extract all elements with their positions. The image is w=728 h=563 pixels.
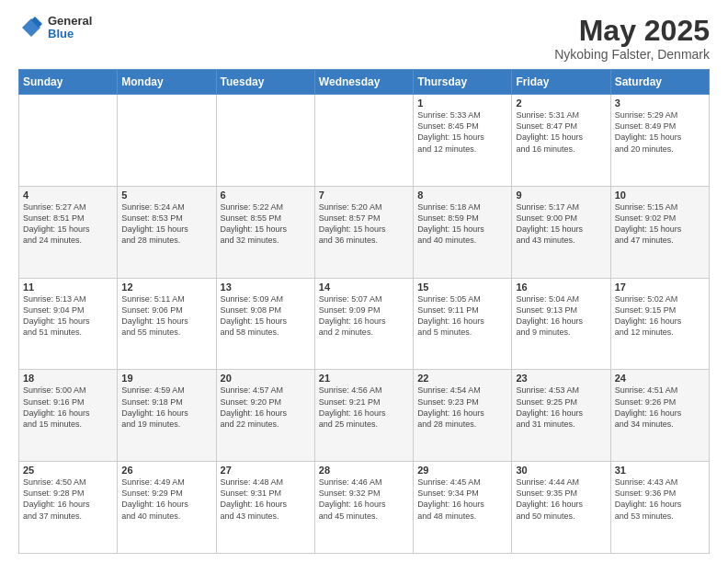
day-number: 24 xyxy=(615,373,705,384)
day-info: Sunrise: 4:53 AM Sunset: 9:25 PM Dayligh… xyxy=(516,385,606,430)
day-info: Sunrise: 5:13 AM Sunset: 9:04 PM Dayligh… xyxy=(23,293,113,339)
day-number: 15 xyxy=(417,282,507,293)
header-row: Sunday Monday Tuesday Wednesday Thursday… xyxy=(19,70,710,95)
day-info: Sunrise: 4:51 AM Sunset: 9:26 PM Dayligh… xyxy=(615,385,705,430)
cell-w2-d7: 10Sunrise: 5:15 AM Sunset: 9:02 PM Dayli… xyxy=(610,186,709,278)
title-section: May 2025 Nykobing Falster, Denmark xyxy=(554,15,710,62)
week-row-3: 11Sunrise: 5:13 AM Sunset: 9:04 PM Dayli… xyxy=(19,278,710,370)
day-info: Sunrise: 4:48 AM Sunset: 9:31 PM Dayligh… xyxy=(221,477,311,522)
cell-w4-d7: 24Sunrise: 4:51 AM Sunset: 9:26 PM Dayli… xyxy=(610,370,709,462)
cell-w4-d4: 21Sunrise: 4:56 AM Sunset: 9:21 PM Dayli… xyxy=(314,370,413,462)
cell-w1-d3 xyxy=(216,95,314,187)
day-number: 23 xyxy=(516,373,606,384)
cell-w2-d1: 4Sunrise: 5:27 AM Sunset: 8:51 PM Daylig… xyxy=(19,186,118,278)
day-number: 29 xyxy=(417,465,507,476)
cell-w1-d5: 1Sunrise: 5:33 AM Sunset: 8:45 PM Daylig… xyxy=(414,95,512,187)
cell-w3-d6: 16Sunrise: 5:04 AM Sunset: 9:13 PM Dayli… xyxy=(512,278,610,370)
col-saturday: Saturday xyxy=(610,70,709,95)
main-title: May 2025 xyxy=(554,15,710,47)
day-info: Sunrise: 5:31 AM Sunset: 8:47 PM Dayligh… xyxy=(516,109,606,155)
week-row-4: 18Sunrise: 5:00 AM Sunset: 9:16 PM Dayli… xyxy=(19,370,710,462)
cell-w5-d2: 26Sunrise: 4:49 AM Sunset: 9:29 PM Dayli… xyxy=(118,462,216,554)
day-number: 3 xyxy=(615,98,705,109)
day-info: Sunrise: 4:43 AM Sunset: 9:36 PM Dayligh… xyxy=(615,477,705,522)
day-info: Sunrise: 5:22 AM Sunset: 8:55 PM Dayligh… xyxy=(221,201,311,247)
day-info: Sunrise: 5:24 AM Sunset: 8:53 PM Dayligh… xyxy=(121,201,211,247)
cell-w4-d3: 20Sunrise: 4:57 AM Sunset: 9:20 PM Dayli… xyxy=(216,370,314,462)
logo-icon xyxy=(18,15,44,40)
day-info: Sunrise: 4:45 AM Sunset: 9:34 PM Dayligh… xyxy=(417,477,507,522)
logo-text: General Blue xyxy=(48,15,92,41)
day-info: Sunrise: 4:57 AM Sunset: 9:20 PM Dayligh… xyxy=(221,385,311,430)
day-number: 5 xyxy=(121,190,211,201)
day-number: 10 xyxy=(615,190,705,201)
day-number: 6 xyxy=(221,190,311,201)
day-number: 18 xyxy=(23,373,113,384)
day-info: Sunrise: 5:11 AM Sunset: 9:06 PM Dayligh… xyxy=(121,293,211,339)
logo: General Blue xyxy=(18,15,92,41)
calendar-table: Sunday Monday Tuesday Wednesday Thursday… xyxy=(18,69,710,554)
day-info: Sunrise: 4:56 AM Sunset: 9:21 PM Dayligh… xyxy=(319,385,409,430)
cell-w4-d2: 19Sunrise: 4:59 AM Sunset: 9:18 PM Dayli… xyxy=(118,370,216,462)
day-info: Sunrise: 4:44 AM Sunset: 9:35 PM Dayligh… xyxy=(516,477,606,522)
cell-w2-d3: 6Sunrise: 5:22 AM Sunset: 8:55 PM Daylig… xyxy=(216,186,314,278)
col-thursday: Thursday xyxy=(414,70,512,95)
cell-w4-d6: 23Sunrise: 4:53 AM Sunset: 9:25 PM Dayli… xyxy=(512,370,610,462)
cell-w3-d1: 11Sunrise: 5:13 AM Sunset: 9:04 PM Dayli… xyxy=(19,278,118,370)
day-number: 4 xyxy=(23,190,113,201)
subtitle: Nykobing Falster, Denmark xyxy=(554,47,710,62)
cell-w5-d3: 27Sunrise: 4:48 AM Sunset: 9:31 PM Dayli… xyxy=(216,462,314,554)
col-friday: Friday xyxy=(512,70,610,95)
cell-w3-d4: 14Sunrise: 5:07 AM Sunset: 9:09 PM Dayli… xyxy=(314,278,413,370)
col-wednesday: Wednesday xyxy=(314,70,413,95)
day-info: Sunrise: 5:07 AM Sunset: 9:09 PM Dayligh… xyxy=(319,293,409,339)
cell-w5-d4: 28Sunrise: 4:46 AM Sunset: 9:32 PM Dayli… xyxy=(314,462,413,554)
cell-w2-d2: 5Sunrise: 5:24 AM Sunset: 8:53 PM Daylig… xyxy=(118,186,216,278)
day-number: 7 xyxy=(319,190,409,201)
calendar-header: Sunday Monday Tuesday Wednesday Thursday… xyxy=(19,70,710,95)
day-info: Sunrise: 5:09 AM Sunset: 9:08 PM Dayligh… xyxy=(221,293,311,339)
cell-w2-d5: 8Sunrise: 5:18 AM Sunset: 8:59 PM Daylig… xyxy=(414,186,512,278)
day-info: Sunrise: 4:50 AM Sunset: 9:28 PM Dayligh… xyxy=(23,477,113,522)
cell-w5-d6: 30Sunrise: 4:44 AM Sunset: 9:35 PM Dayli… xyxy=(512,462,610,554)
day-info: Sunrise: 5:17 AM Sunset: 9:00 PM Dayligh… xyxy=(516,201,606,247)
cell-w3-d7: 17Sunrise: 5:02 AM Sunset: 9:15 PM Dayli… xyxy=(610,278,709,370)
cell-w5-d5: 29Sunrise: 4:45 AM Sunset: 9:34 PM Dayli… xyxy=(414,462,512,554)
cell-w3-d2: 12Sunrise: 5:11 AM Sunset: 9:06 PM Dayli… xyxy=(118,278,216,370)
day-info: Sunrise: 5:04 AM Sunset: 9:13 PM Dayligh… xyxy=(516,293,606,339)
cell-w1-d7: 3Sunrise: 5:29 AM Sunset: 8:49 PM Daylig… xyxy=(610,95,709,187)
day-number: 1 xyxy=(417,98,507,109)
cell-w5-d1: 25Sunrise: 4:50 AM Sunset: 9:28 PM Dayli… xyxy=(19,462,118,554)
day-number: 25 xyxy=(23,465,113,476)
day-number: 16 xyxy=(516,282,606,293)
day-number: 20 xyxy=(221,373,311,384)
day-number: 30 xyxy=(516,465,606,476)
day-info: Sunrise: 4:49 AM Sunset: 9:29 PM Dayligh… xyxy=(121,477,211,522)
day-info: Sunrise: 4:54 AM Sunset: 9:23 PM Dayligh… xyxy=(417,385,507,430)
day-info: Sunrise: 5:05 AM Sunset: 9:11 PM Dayligh… xyxy=(417,293,507,339)
col-sunday: Sunday xyxy=(19,70,118,95)
logo-blue-label: Blue xyxy=(48,28,92,40)
day-info: Sunrise: 4:46 AM Sunset: 9:32 PM Dayligh… xyxy=(319,477,409,522)
day-number: 26 xyxy=(121,465,211,476)
day-info: Sunrise: 5:29 AM Sunset: 8:49 PM Dayligh… xyxy=(615,109,705,155)
day-info: Sunrise: 5:00 AM Sunset: 9:16 PM Dayligh… xyxy=(23,385,113,430)
day-info: Sunrise: 5:15 AM Sunset: 9:02 PM Dayligh… xyxy=(615,201,705,247)
week-row-2: 4Sunrise: 5:27 AM Sunset: 8:51 PM Daylig… xyxy=(19,186,710,278)
day-info: Sunrise: 4:59 AM Sunset: 9:18 PM Dayligh… xyxy=(121,385,211,430)
cell-w4-d1: 18Sunrise: 5:00 AM Sunset: 9:16 PM Dayli… xyxy=(19,370,118,462)
day-info: Sunrise: 5:27 AM Sunset: 8:51 PM Dayligh… xyxy=(23,201,113,247)
day-number: 13 xyxy=(221,282,311,293)
day-number: 8 xyxy=(417,190,507,201)
calendar-body: 1Sunrise: 5:33 AM Sunset: 8:45 PM Daylig… xyxy=(19,95,710,554)
cell-w1-d6: 2Sunrise: 5:31 AM Sunset: 8:47 PM Daylig… xyxy=(512,95,610,187)
day-number: 31 xyxy=(615,465,705,476)
week-row-1: 1Sunrise: 5:33 AM Sunset: 8:45 PM Daylig… xyxy=(19,95,710,187)
day-info: Sunrise: 5:02 AM Sunset: 9:15 PM Dayligh… xyxy=(615,293,705,339)
day-number: 19 xyxy=(121,373,211,384)
day-number: 9 xyxy=(516,190,606,201)
day-info: Sunrise: 5:18 AM Sunset: 8:59 PM Dayligh… xyxy=(417,201,507,247)
day-info: Sunrise: 5:20 AM Sunset: 8:57 PM Dayligh… xyxy=(319,201,409,247)
day-number: 27 xyxy=(221,465,311,476)
day-number: 14 xyxy=(319,282,409,293)
